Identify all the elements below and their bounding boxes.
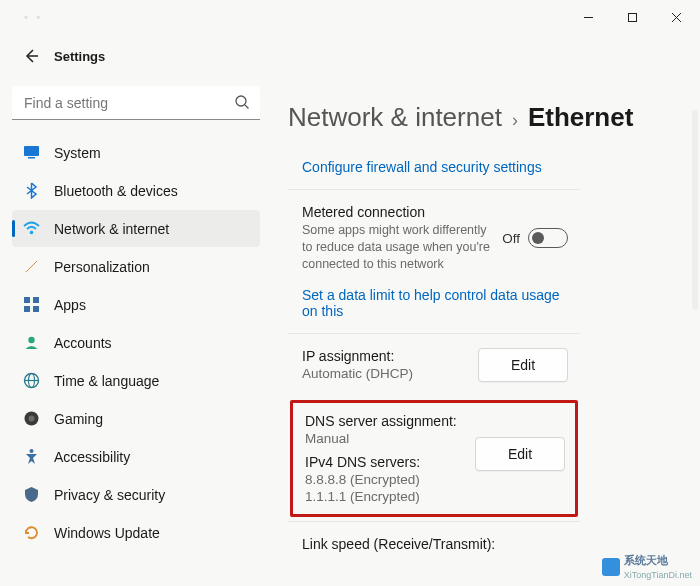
sidebar-item-network[interactable]: Network & internet [12,210,260,247]
svg-point-19 [28,416,34,422]
svg-rect-7 [24,146,39,156]
sidebar: System Bluetooth & devices Network & int… [0,78,272,586]
link-speed-label: Link speed (Receive/Transmit): [302,536,568,552]
sidebar-item-privacy[interactable]: Privacy & security [12,476,260,513]
accessibility-icon [22,448,40,466]
maximize-button[interactable] [610,2,654,32]
watermark: 系统天地 XiTongTianDi.net [602,553,692,580]
breadcrumb-parent[interactable]: Network & internet [288,102,502,133]
search-container [12,86,260,120]
sidebar-item-system[interactable]: System [12,134,260,171]
sidebar-item-label: Privacy & security [54,487,165,503]
sidebar-item-label: Network & internet [54,221,169,237]
metered-toggle-label: Off [502,231,520,246]
content-pane: Network & internet › Ethernet Configure … [272,78,700,586]
close-button[interactable] [654,2,698,32]
dns-server-1: 8.8.8.8 (Encrypted) [305,472,475,487]
sidebar-item-personalization[interactable]: Personalization [12,248,260,285]
svg-point-9 [29,231,33,235]
svg-point-5 [236,96,246,106]
gaming-icon [22,410,40,428]
metered-toggle[interactable] [528,228,568,248]
svg-line-6 [245,105,249,109]
dns-server-2: 1.1.1.1 (Encrypted) [305,489,475,504]
dns-assignment-label: DNS server assignment: [305,413,475,429]
dns-servers-label: IPv4 DNS servers: [305,454,475,470]
minimize-button[interactable] [566,2,610,32]
sidebar-item-time-language[interactable]: Time & language [12,362,260,399]
sidebar-item-label: Windows Update [54,525,160,541]
search-icon [234,94,250,114]
shield-icon [22,486,40,504]
accounts-icon [22,334,40,352]
scrollbar[interactable] [692,110,698,310]
sidebar-item-label: Apps [54,297,86,313]
ip-assignment-value: Automatic (DHCP) [302,366,468,381]
sidebar-item-label: Accessibility [54,449,130,465]
dns-assignment-value: Manual [305,431,475,446]
sidebar-item-bluetooth[interactable]: Bluetooth & devices [12,172,260,209]
globe-icon [22,372,40,390]
watermark-logo-icon [602,558,620,576]
sidebar-item-gaming[interactable]: Gaming [12,400,260,437]
svg-point-14 [28,337,34,343]
breadcrumb-current: Ethernet [528,102,633,133]
chevron-right-icon: › [512,110,518,131]
header: Settings [0,34,700,78]
sidebar-item-accessibility[interactable]: Accessibility [12,438,260,475]
apps-icon [22,296,40,314]
svg-rect-12 [24,306,30,312]
sidebar-item-windows-update[interactable]: Windows Update [12,514,260,551]
system-icon [22,144,40,162]
wifi-icon [22,220,40,238]
titlebar: ◦◦ [0,0,700,34]
sidebar-item-label: Accounts [54,335,112,351]
bluetooth-icon [22,182,40,200]
metered-subtitle: Some apps might work differently to redu… [302,222,492,273]
sidebar-item-label: Time & language [54,373,159,389]
update-icon [22,524,40,542]
sidebar-item-label: System [54,145,101,161]
svg-rect-11 [33,297,39,303]
watermark-text-en: XiTongTianDi.net [624,570,692,580]
svg-rect-13 [33,306,39,312]
svg-rect-1 [628,13,636,21]
svg-point-20 [29,449,33,453]
metered-title: Metered connection [302,204,492,220]
paintbrush-icon [22,258,40,276]
ip-edit-button[interactable]: Edit [478,348,568,382]
tab-stub: ◦◦ [0,10,41,24]
breadcrumb: Network & internet › Ethernet [288,102,700,133]
search-input[interactable] [12,86,260,120]
svg-rect-8 [28,157,35,159]
sidebar-item-accounts[interactable]: Accounts [12,324,260,361]
back-button[interactable] [18,43,44,69]
sidebar-item-label: Personalization [54,259,150,275]
nav-list: System Bluetooth & devices Network & int… [12,134,260,551]
sidebar-item-label: Gaming [54,411,103,427]
sidebar-item-label: Bluetooth & devices [54,183,178,199]
app-title: Settings [54,49,105,64]
dns-edit-button[interactable]: Edit [475,437,565,471]
firewall-link[interactable]: Configure firewall and security settings [302,159,542,175]
dns-highlight-box: DNS server assignment: Manual IPv4 DNS s… [290,400,578,517]
data-limit-link[interactable]: Set a data limit to help control data us… [302,287,568,319]
watermark-text-cn: 系统天地 [624,554,668,566]
sidebar-item-apps[interactable]: Apps [12,286,260,323]
svg-rect-10 [24,297,30,303]
ip-assignment-label: IP assignment: [302,348,468,364]
